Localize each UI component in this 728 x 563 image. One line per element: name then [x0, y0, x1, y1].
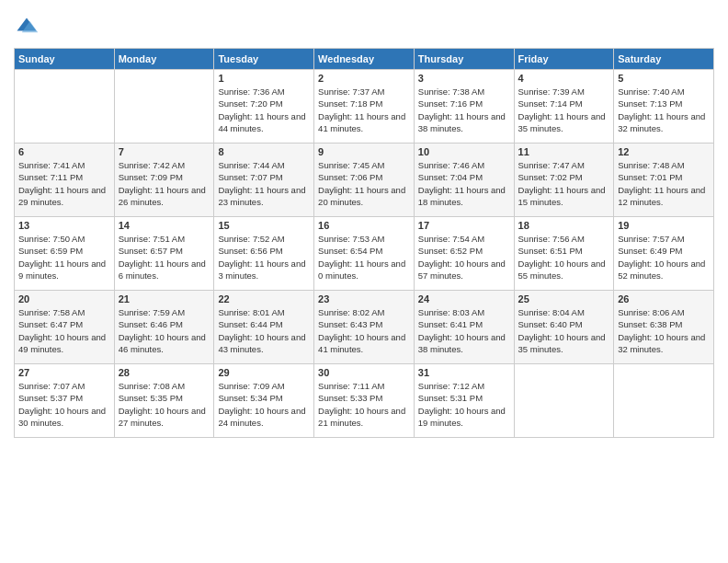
- day-number: 14: [119, 220, 210, 231]
- day-header: Friday: [514, 49, 614, 70]
- calendar-cell: 19 Sunrise: 7:57 AMSunset: 6:49 PMDaylig…: [614, 217, 714, 291]
- cell-info: Sunrise: 7:39 AMSunset: 7:14 PMDaylight:…: [518, 86, 610, 134]
- day-number: 21: [119, 293, 210, 304]
- cell-info: Sunrise: 7:46 AMSunset: 7:04 PMDaylight:…: [418, 159, 510, 208]
- calendar-cell: 7 Sunrise: 7:42 AMSunset: 7:09 PMDayligh…: [114, 144, 214, 217]
- day-number: 12: [618, 146, 710, 157]
- day-number: 5: [618, 73, 710, 84]
- cell-info: Sunrise: 8:03 AMSunset: 6:41 PMDaylight:…: [418, 306, 510, 355]
- day-number: 24: [418, 293, 510, 304]
- day-number: 30: [318, 367, 410, 378]
- calendar-cell: [15, 70, 115, 144]
- day-number: 27: [18, 367, 110, 378]
- calendar-cell: 11 Sunrise: 7:47 AMSunset: 7:02 PMDaylig…: [514, 144, 614, 217]
- day-header: Sunday: [15, 49, 115, 70]
- calendar-cell: 13 Sunrise: 7:50 AMSunset: 6:59 PMDaylig…: [15, 217, 115, 291]
- cell-info: Sunrise: 8:01 AMSunset: 6:44 PMDaylight:…: [218, 306, 310, 355]
- calendar-week: 20 Sunrise: 7:58 AMSunset: 6:47 PMDaylig…: [15, 291, 714, 364]
- calendar-cell: [114, 70, 214, 144]
- calendar-table: SundayMondayTuesdayWednesdayThursdayFrid…: [14, 48, 714, 438]
- cell-info: Sunrise: 7:57 AMSunset: 6:49 PMDaylight:…: [618, 233, 710, 282]
- calendar-week: 27 Sunrise: 7:07 AMSunset: 5:37 PMDaylig…: [15, 364, 714, 438]
- cell-info: Sunrise: 7:52 AMSunset: 6:56 PMDaylight:…: [218, 233, 310, 282]
- day-header: Monday: [114, 49, 214, 70]
- cell-info: Sunrise: 7:12 AMSunset: 5:31 PMDaylight:…: [418, 380, 510, 429]
- calendar-cell: 20 Sunrise: 7:58 AMSunset: 6:47 PMDaylig…: [15, 291, 115, 364]
- cell-info: Sunrise: 7:37 AMSunset: 7:18 PMDaylight:…: [318, 86, 410, 134]
- calendar-cell: 23 Sunrise: 8:02 AMSunset: 6:43 PMDaylig…: [314, 291, 415, 364]
- calendar-cell: 24 Sunrise: 8:03 AMSunset: 6:41 PMDaylig…: [414, 291, 514, 364]
- logo: [14, 15, 43, 40]
- cell-info: Sunrise: 7:44 AMSunset: 7:07 PMDaylight:…: [218, 159, 310, 208]
- day-number: 28: [119, 367, 210, 378]
- cell-info: Sunrise: 7:47 AMSunset: 7:02 PMDaylight:…: [518, 159, 610, 208]
- calendar-cell: 4 Sunrise: 7:39 AMSunset: 7:14 PMDayligh…: [514, 70, 614, 144]
- cell-info: Sunrise: 7:40 AMSunset: 7:13 PMDaylight:…: [618, 86, 710, 134]
- cell-info: Sunrise: 7:51 AMSunset: 6:57 PMDaylight:…: [119, 233, 210, 282]
- day-number: 29: [218, 367, 310, 378]
- day-number: 8: [218, 146, 310, 157]
- cell-info: Sunrise: 7:45 AMSunset: 7:06 PMDaylight:…: [318, 159, 410, 208]
- day-header: Saturday: [614, 49, 714, 70]
- cell-info: Sunrise: 7:38 AMSunset: 7:16 PMDaylight:…: [418, 86, 510, 134]
- calendar-cell: 1 Sunrise: 7:36 AMSunset: 7:20 PMDayligh…: [214, 70, 314, 144]
- day-number: 22: [218, 293, 310, 304]
- cell-info: Sunrise: 7:11 AMSunset: 5:33 PMDaylight:…: [318, 380, 410, 429]
- logo-icon: [14, 15, 40, 40]
- day-header: Thursday: [414, 49, 514, 70]
- calendar-cell: 6 Sunrise: 7:41 AMSunset: 7:11 PMDayligh…: [15, 144, 115, 217]
- day-number: 19: [618, 220, 710, 231]
- calendar-cell: 2 Sunrise: 7:37 AMSunset: 7:18 PMDayligh…: [314, 70, 415, 144]
- day-number: 2: [318, 73, 410, 84]
- calendar-cell: 31 Sunrise: 7:12 AMSunset: 5:31 PMDaylig…: [414, 364, 514, 438]
- day-number: 7: [119, 146, 210, 157]
- day-number: 25: [518, 293, 610, 304]
- cell-info: Sunrise: 7:09 AMSunset: 5:34 PMDaylight:…: [218, 380, 310, 429]
- cell-info: Sunrise: 7:48 AMSunset: 7:01 PMDaylight:…: [618, 159, 710, 208]
- day-number: 26: [618, 293, 710, 304]
- calendar-cell: [614, 364, 714, 438]
- calendar-cell: 10 Sunrise: 7:46 AMSunset: 7:04 PMDaylig…: [414, 144, 514, 217]
- day-number: 15: [218, 220, 310, 231]
- calendar-cell: 15 Sunrise: 7:52 AMSunset: 6:56 PMDaylig…: [214, 217, 314, 291]
- calendar-cell: 29 Sunrise: 7:09 AMSunset: 5:34 PMDaylig…: [214, 364, 314, 438]
- day-number: 4: [518, 73, 610, 84]
- cell-info: Sunrise: 8:04 AMSunset: 6:40 PMDaylight:…: [518, 306, 610, 355]
- day-number: 13: [18, 220, 110, 231]
- day-number: 3: [418, 73, 510, 84]
- cell-info: Sunrise: 7:59 AMSunset: 6:46 PMDaylight:…: [119, 306, 210, 355]
- day-number: 23: [318, 293, 410, 304]
- calendar-week: 13 Sunrise: 7:50 AMSunset: 6:59 PMDaylig…: [15, 217, 714, 291]
- calendar-cell: 21 Sunrise: 7:59 AMSunset: 6:46 PMDaylig…: [114, 291, 214, 364]
- calendar-cell: [514, 364, 614, 438]
- day-header: Wednesday: [314, 49, 415, 70]
- cell-info: Sunrise: 7:50 AMSunset: 6:59 PMDaylight:…: [18, 233, 110, 282]
- calendar-cell: 16 Sunrise: 7:53 AMSunset: 6:54 PMDaylig…: [314, 217, 415, 291]
- calendar-cell: 5 Sunrise: 7:40 AMSunset: 7:13 PMDayligh…: [614, 70, 714, 144]
- cell-info: Sunrise: 7:08 AMSunset: 5:35 PMDaylight:…: [119, 380, 210, 429]
- day-number: 31: [418, 367, 510, 378]
- cell-info: Sunrise: 7:36 AMSunset: 7:20 PMDaylight:…: [218, 86, 310, 134]
- calendar-cell: 3 Sunrise: 7:38 AMSunset: 7:16 PMDayligh…: [414, 70, 514, 144]
- header: [14, 9, 714, 40]
- calendar-week: 1 Sunrise: 7:36 AMSunset: 7:20 PMDayligh…: [15, 70, 714, 144]
- cell-info: Sunrise: 7:42 AMSunset: 7:09 PMDaylight:…: [119, 159, 210, 208]
- header-row: SundayMondayTuesdayWednesdayThursdayFrid…: [15, 49, 714, 70]
- cell-info: Sunrise: 7:53 AMSunset: 6:54 PMDaylight:…: [318, 233, 410, 282]
- calendar-week: 6 Sunrise: 7:41 AMSunset: 7:11 PMDayligh…: [15, 144, 714, 217]
- calendar-cell: 8 Sunrise: 7:44 AMSunset: 7:07 PMDayligh…: [214, 144, 314, 217]
- day-number: 20: [18, 293, 110, 304]
- cell-info: Sunrise: 7:58 AMSunset: 6:47 PMDaylight:…: [18, 306, 110, 355]
- calendar-cell: 22 Sunrise: 8:01 AMSunset: 6:44 PMDaylig…: [214, 291, 314, 364]
- calendar-cell: 12 Sunrise: 7:48 AMSunset: 7:01 PMDaylig…: [614, 144, 714, 217]
- page: SundayMondayTuesdayWednesdayThursdayFrid…: [0, 0, 728, 563]
- day-header: Tuesday: [214, 49, 314, 70]
- cell-info: Sunrise: 7:54 AMSunset: 6:52 PMDaylight:…: [418, 233, 510, 282]
- day-number: 18: [518, 220, 610, 231]
- day-number: 9: [318, 146, 410, 157]
- cell-info: Sunrise: 7:56 AMSunset: 6:51 PMDaylight:…: [518, 233, 610, 282]
- calendar-cell: 14 Sunrise: 7:51 AMSunset: 6:57 PMDaylig…: [114, 217, 214, 291]
- day-number: 16: [318, 220, 410, 231]
- day-number: 6: [18, 146, 110, 157]
- calendar-cell: 26 Sunrise: 8:06 AMSunset: 6:38 PMDaylig…: [614, 291, 714, 364]
